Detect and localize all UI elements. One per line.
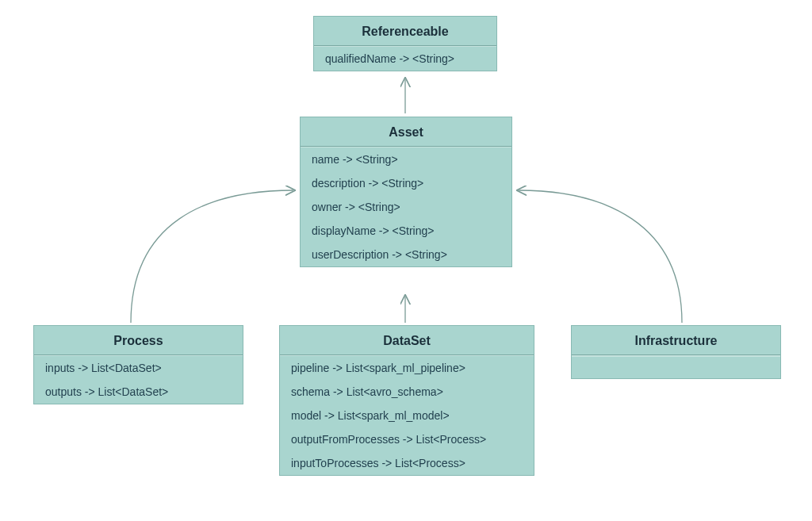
class-title: Asset [301, 117, 511, 147]
class-box-asset: Asset name -> <String> description -> <S… [300, 117, 512, 267]
class-box-referenceable: Referenceable qualifiedName -> <String> [313, 16, 497, 71]
class-attribute: outputFromProcesses -> List<Process> [280, 427, 534, 451]
class-attribute: inputs -> List<DataSet> [34, 356, 243, 380]
class-attribute: owner -> <String> [301, 195, 511, 219]
class-attribute: name -> <String> [301, 147, 511, 171]
class-attribute: pipeline -> List<spark_ml_pipeline> [280, 356, 534, 380]
class-box-dataset: DataSet pipeline -> List<spark_ml_pipeli… [279, 325, 534, 476]
class-attribute: description -> <String> [301, 171, 511, 195]
class-attribute: outputs -> List<DataSet> [34, 380, 243, 404]
class-title: DataSet [280, 326, 534, 355]
class-attribute: schema -> List<avro_schema> [280, 380, 534, 404]
class-attribute: model -> List<spark_ml_model> [280, 404, 534, 427]
class-box-process: Process inputs -> List<DataSet> outputs … [33, 325, 243, 404]
class-title: Infrastructure [572, 326, 780, 355]
class-title: Referenceable [314, 17, 496, 46]
class-attribute: inputToProcesses -> List<Process> [280, 451, 534, 475]
class-box-infrastructure: Infrastructure [571, 325, 781, 379]
class-title: Process [34, 326, 243, 355]
class-attribute: displayName -> <String> [301, 219, 511, 243]
class-attribute: userDescription -> <String> [301, 243, 511, 266]
class-empty-body [572, 356, 780, 378]
class-attribute: qualifiedName -> <String> [314, 47, 496, 71]
